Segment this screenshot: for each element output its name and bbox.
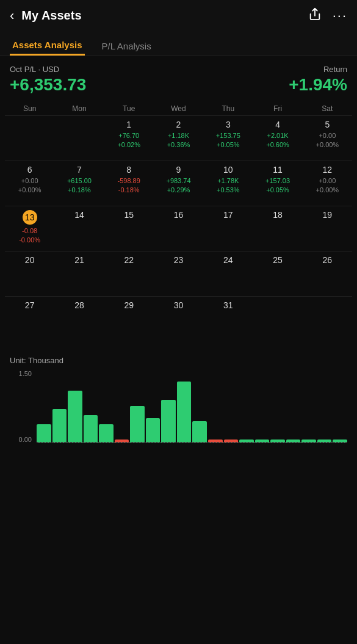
- calendar-header: Sun Mon Tue Wed Thu Fri Sat: [5, 99, 352, 115]
- tab-assets-analysis[interactable]: Assets Analysis: [10, 36, 85, 56]
- cal-pnl: +983.74+0.29%: [166, 176, 190, 195]
- cal-pnl: +2.01K+0.60%: [266, 131, 289, 150]
- chart-bars: [37, 370, 347, 443]
- calendar-day: 23: [174, 255, 184, 265]
- cal-cell-0-1: [54, 116, 104, 161]
- cal-cell-2-4: 17: [203, 206, 253, 251]
- calendar-day: 31: [223, 300, 233, 310]
- calendar-day: 21: [74, 255, 84, 265]
- cal-cell-4-6: [303, 297, 352, 341]
- cal-cell-3-6: 26: [303, 251, 352, 296]
- calendar-day: 15: [124, 210, 134, 220]
- cal-cell-2-5: 18: [253, 206, 302, 251]
- cal-row-1: 6+0.00+0.00%7+615.00+0.18%8-598.89-0.18%…: [5, 161, 352, 206]
- cal-cell-0-2: 1+76.70+0.02%: [104, 116, 154, 161]
- calendar-day: 2: [176, 120, 181, 129]
- cal-pnl: +0.00+0.00%: [316, 176, 339, 195]
- cal-pnl: +1.78K+0.53%: [217, 176, 240, 195]
- cal-cell-2-6: 19: [303, 206, 352, 251]
- cal-pnl: -598.89-0.18%: [118, 176, 140, 195]
- summary-section: Oct P/L · USD +6,353.73 Return +1.94%: [0, 56, 357, 99]
- calendar-rows: 1+76.70+0.02%2+1.18K+0.36%3+153.75+0.05%…: [5, 115, 352, 341]
- chart-bar: [37, 424, 51, 443]
- cal-cell-3-4: 24: [203, 251, 253, 296]
- calendar-day: 29: [124, 300, 134, 310]
- chart-section: Unit: Thousand 1.50 0.00: [0, 346, 357, 443]
- summary-right: Return +1.94%: [289, 65, 347, 95]
- cal-cell-2-3: 16: [154, 206, 203, 251]
- cal-cell-1-6: 12+0.00+0.00%: [303, 161, 352, 206]
- cal-cell-0-4: 3+153.75+0.05%: [203, 116, 253, 161]
- cal-cell-0-0: [5, 116, 54, 161]
- cal-cell-4-2: 29: [104, 297, 154, 341]
- cal-cell-2-1: 14: [54, 206, 104, 251]
- calendar-day: 27: [25, 300, 35, 310]
- calendar-day: 13: [23, 210, 37, 225]
- header-left: ‹ My Assets: [10, 8, 82, 24]
- return-value: +1.94%: [289, 75, 347, 95]
- cal-cell-1-3: 9+983.74+0.29%: [154, 161, 203, 206]
- day-tue: Tue: [104, 104, 154, 113]
- calendar-day: 1: [126, 120, 131, 129]
- more-icon[interactable]: ···: [333, 8, 347, 24]
- cal-cell-4-0: 27: [5, 297, 54, 341]
- cal-row-0: 1+76.70+0.02%2+1.18K+0.36%3+153.75+0.05%…: [5, 115, 352, 161]
- cal-row-3: 20212223242526: [5, 251, 352, 296]
- chart-bar: [99, 424, 114, 443]
- calendar-day: 8: [126, 165, 131, 175]
- day-mon: Mon: [54, 104, 104, 113]
- cal-pnl: +153.75+0.05%: [216, 131, 240, 150]
- tab-pl-analysis[interactable]: P/L Analysis: [99, 37, 154, 55]
- calendar-day: 11: [273, 165, 283, 175]
- summary-label: Oct P/L · USD: [10, 65, 86, 74]
- chart-bar: [177, 382, 192, 443]
- cal-cell-3-2: 22: [104, 251, 154, 296]
- tab-bar: Assets Analysis P/L Analysis: [0, 31, 357, 56]
- calendar-day: 24: [223, 255, 233, 265]
- calendar-day: 28: [74, 300, 84, 310]
- calendar-day: 7: [77, 165, 82, 175]
- summary-left: Oct P/L · USD +6,353.73: [10, 65, 86, 95]
- calendar-day: 17: [223, 210, 233, 220]
- header-right: ···: [308, 7, 347, 24]
- cal-pnl: +0.00+0.00%: [316, 131, 339, 150]
- cal-cell-1-1: 7+615.00+0.18%: [54, 161, 104, 206]
- calendar-day: 26: [323, 255, 333, 265]
- cal-pnl: +0.00+0.00%: [18, 176, 41, 195]
- calendar-day: 6: [27, 165, 32, 175]
- cal-cell-0-3: 2+1.18K+0.36%: [154, 116, 203, 161]
- day-thu: Thu: [203, 104, 253, 113]
- cal-cell-0-5: 4+2.01K+0.60%: [253, 116, 302, 161]
- cal-cell-1-5: 11+157.03+0.05%: [253, 161, 302, 206]
- cal-cell-4-1: 28: [54, 297, 104, 341]
- calendar-day: 10: [223, 165, 233, 175]
- chart-bar: [52, 409, 67, 443]
- calendar-day: 30: [174, 300, 184, 310]
- cal-cell-0-6: 5+0.00+0.00%: [303, 116, 352, 161]
- cal-cell-2-2: 15: [104, 206, 154, 251]
- cal-row-2: 13-0.08-0.00%141516171819: [5, 206, 352, 251]
- chart-unit-label: Unit: Thousand: [10, 356, 347, 365]
- share-icon[interactable]: [308, 7, 322, 24]
- calendar-day: 18: [273, 210, 283, 220]
- day-sat: Sat: [303, 104, 352, 113]
- back-button[interactable]: ‹: [10, 8, 14, 24]
- calendar-day: 22: [124, 255, 134, 265]
- cal-pnl: +1.18K+0.36%: [167, 131, 190, 150]
- day-fri: Fri: [253, 104, 302, 113]
- cal-cell-3-5: 25: [253, 251, 302, 296]
- cal-cell-1-0: 6+0.00+0.00%: [5, 161, 54, 206]
- day-sun: Sun: [5, 104, 54, 113]
- cal-cell-4-5: [253, 297, 302, 341]
- cal-cell-3-0: 20: [5, 251, 54, 296]
- summary-value: +6,353.73: [10, 75, 86, 95]
- cal-cell-3-3: 23: [154, 251, 203, 296]
- calendar-day: 9: [176, 165, 181, 175]
- calendar-day: 4: [275, 120, 280, 129]
- calendar-day: 5: [325, 120, 330, 129]
- cal-cell-4-3: 30: [154, 297, 203, 341]
- calendar-day: 19: [323, 210, 333, 220]
- header: ‹ My Assets ···: [0, 0, 357, 31]
- cal-cell-3-1: 21: [54, 251, 104, 296]
- chart-y-bottom: 0.00: [19, 436, 32, 443]
